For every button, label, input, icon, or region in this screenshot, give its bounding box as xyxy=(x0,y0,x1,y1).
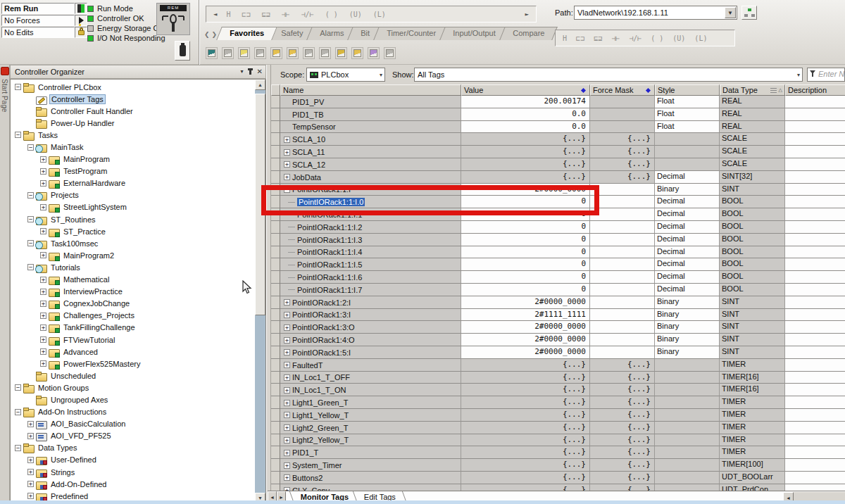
description-cell[interactable] xyxy=(785,171,845,184)
force-mask-cell[interactable] xyxy=(590,346,655,359)
sort-triangle-icon[interactable]: △ xyxy=(779,87,782,93)
collapse-minus-icon[interactable]: − xyxy=(27,240,34,246)
tree-item-externalhardware[interactable]: +ExternalHardware xyxy=(11,177,254,189)
tag-name-cell[interactable]: +Light2_Yellow_T xyxy=(280,434,461,447)
style-cell[interactable]: Decimal xyxy=(655,234,720,246)
tag-value-cell[interactable]: 2#0000_0000 xyxy=(461,296,590,309)
branch-icon[interactable]: ⊏⊐ xyxy=(242,11,250,18)
force-mask-cell[interactable] xyxy=(590,334,655,346)
ote-coil-icon[interactable]: ( ) xyxy=(325,11,338,18)
tag-value-cell[interactable]: 0 xyxy=(461,246,590,259)
expand-plus-icon[interactable]: + xyxy=(284,424,290,431)
style-cell[interactable] xyxy=(655,133,720,146)
tree-item-task100msec[interactable]: −Task100msec xyxy=(11,237,254,249)
force-mask-cell[interactable]: {...} xyxy=(590,472,655,484)
force-mask-cell[interactable] xyxy=(590,196,655,208)
data-type-cell[interactable]: BOOL xyxy=(720,258,785,271)
description-cell[interactable] xyxy=(785,196,845,208)
description-cell[interactable] xyxy=(785,396,845,409)
tag-value-cell[interactable]: {...} xyxy=(461,396,590,409)
expand-plus-icon[interactable]: + xyxy=(284,437,290,443)
style-cell[interactable]: Binary xyxy=(655,321,720,334)
force-mask-cell[interactable]: {...} xyxy=(590,446,655,459)
column-header-name[interactable]: Name xyxy=(280,84,461,96)
expand-plus-icon[interactable]: + xyxy=(40,252,46,258)
style-cell[interactable] xyxy=(655,409,720,422)
tree-item-aoi-vfd-pf525[interactable]: +AOI_VFD_PF525 xyxy=(11,430,254,442)
close-icon[interactable]: ✕ xyxy=(257,68,263,75)
tree-item-tutorials[interactable]: −Tutorials xyxy=(11,261,254,273)
data-type-cell[interactable]: SCALE xyxy=(720,158,785,171)
data-type-cell[interactable]: REAL xyxy=(720,121,785,134)
description-cell[interactable] xyxy=(785,258,845,271)
expand-plus-icon[interactable]: + xyxy=(40,301,46,307)
tag-value-cell[interactable]: 200.00174 xyxy=(461,96,590,108)
tag-name-cell[interactable]: +PointIORack1:4:O xyxy=(280,334,461,346)
tag-name-cell[interactable]: PointIORack1:1:I.2 xyxy=(280,221,461,234)
expand-plus-icon[interactable]: + xyxy=(40,348,46,355)
collapse-minus-icon[interactable]: − xyxy=(27,216,34,222)
expand-plus-icon[interactable]: + xyxy=(284,325,290,331)
name-filter-input[interactable]: Enter Name Filter... xyxy=(807,68,845,82)
style-cell[interactable] xyxy=(655,146,720,158)
tree-item-ungrouped-axes[interactable]: Ungrouped Axes xyxy=(11,393,254,405)
data-type-cell[interactable]: SINT xyxy=(720,309,785,322)
tag-value-cell[interactable]: {...} xyxy=(461,384,590,396)
description-cell[interactable] xyxy=(785,146,845,158)
branch-icon[interactable]: ⊏⊐ xyxy=(576,34,584,42)
expand-plus-icon[interactable]: + xyxy=(40,336,46,343)
tree-item-powerflex525mastery[interactable]: +PowerFlex525Mastery xyxy=(11,358,254,370)
style-cell[interactable] xyxy=(655,384,720,396)
style-cell[interactable] xyxy=(655,158,720,171)
style-cell[interactable]: Decimal xyxy=(655,208,720,221)
collapse-minus-icon[interactable]: − xyxy=(15,409,21,415)
description-cell[interactable] xyxy=(785,309,845,322)
expand-plus-icon[interactable]: + xyxy=(284,387,290,393)
tag-value-cell[interactable]: {...} xyxy=(461,484,590,491)
tag-name-cell[interactable]: +PointIORack1:2:I xyxy=(280,296,461,309)
data-type-cell[interactable]: TIMER xyxy=(720,396,785,409)
tree-item-power-up-handler[interactable]: Power-Up Handler xyxy=(11,117,254,129)
style-cell[interactable] xyxy=(655,459,720,472)
tree-item-add-on-defined[interactable]: +Add-On-Defined xyxy=(11,478,254,490)
controller-mode-box[interactable]: Rem Run xyxy=(1,3,75,14)
style-cell[interactable]: Decimal xyxy=(655,196,720,208)
tree-item-mainprogram2[interactable]: +MainProgram2 xyxy=(11,249,254,261)
battery-status-button[interactable] xyxy=(175,41,190,61)
tabs-prev-icon[interactable]: ❮ xyxy=(204,31,210,38)
branch-level-icon[interactable]: ⊑⊒ xyxy=(594,34,602,42)
data-type-cell[interactable]: TIMER xyxy=(720,359,785,372)
column-header-force-mask[interactable]: Force Mask xyxy=(590,84,655,96)
data-type-cell[interactable]: BOOL xyxy=(720,221,785,234)
edits-lock-icon[interactable] xyxy=(75,27,87,38)
data-type-cell[interactable]: BOOL xyxy=(720,208,785,221)
tree-item-cognexjobchange[interactable]: +CognexJobChange xyxy=(11,298,254,310)
data-type-cell[interactable]: TIMER[16] xyxy=(720,384,785,396)
xio-contact-icon[interactable]: ⊣/⊢ xyxy=(629,34,641,42)
tree-item-mathematical[interactable]: +Mathematical xyxy=(11,274,254,286)
tree-item-mainprogram[interactable]: +MainProgram xyxy=(11,153,254,165)
row-selector[interactable] xyxy=(271,96,280,108)
style-cell[interactable]: Decimal xyxy=(655,171,720,184)
data-type-cell[interactable]: TIMER[16] xyxy=(720,372,785,384)
force-mask-cell[interactable] xyxy=(590,321,655,334)
style-cell[interactable] xyxy=(655,446,720,459)
force-mask-cell[interactable] xyxy=(590,284,655,296)
row-selector[interactable] xyxy=(271,121,280,134)
filter-diamond-icon[interactable] xyxy=(646,88,651,93)
column-header-value[interactable]: Value xyxy=(461,84,590,96)
style-cell[interactable]: Decimal xyxy=(655,246,720,259)
tag-name-cell[interactable]: +JobData xyxy=(280,171,461,184)
xic-contact-icon[interactable]: ⊣⊢ xyxy=(611,34,620,42)
collapse-minus-icon[interactable]: − xyxy=(15,384,21,391)
row-selector[interactable] xyxy=(271,334,280,346)
data-type-cell[interactable]: UDT_BOOLarr xyxy=(720,472,785,484)
force-mask-cell[interactable] xyxy=(590,208,655,221)
force-mask-cell[interactable] xyxy=(590,271,655,284)
expand-plus-icon[interactable]: + xyxy=(284,161,290,168)
description-cell[interactable] xyxy=(785,459,845,472)
force-mask-cell[interactable]: {...} xyxy=(590,158,655,171)
style-cell[interactable]: Binary xyxy=(655,296,720,309)
style-cell[interactable]: Binary xyxy=(655,346,720,359)
tree-item-streetlightsystem[interactable]: +StreetLightSystem xyxy=(11,201,254,213)
